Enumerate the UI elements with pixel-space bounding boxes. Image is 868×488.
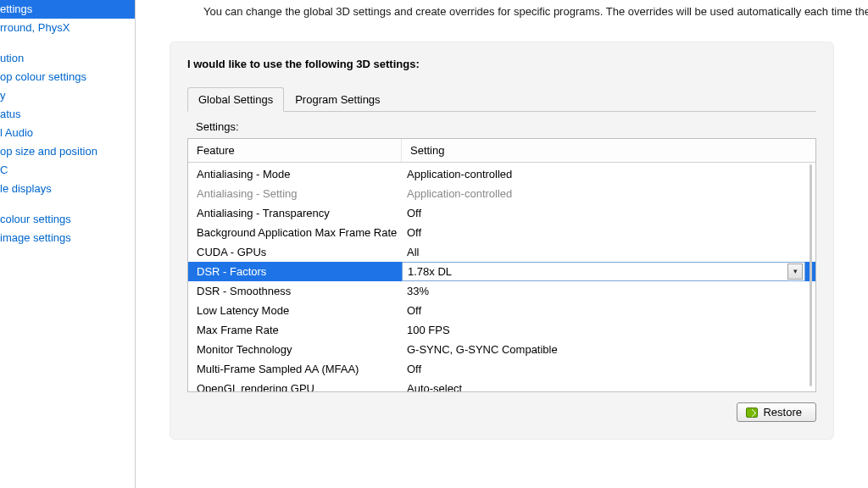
feature-cell: Monitor Technology	[188, 340, 402, 359]
setting-value: 1.78x DL	[408, 263, 452, 280]
sidebar-item[interactable]: l Audio	[0, 124, 135, 142]
sidebar-item[interactable]: image settings	[0, 229, 135, 247]
feature-cell: Antialiasing - Setting	[188, 184, 402, 203]
settings-row[interactable]: OpenGL rendering GPUAuto-select	[188, 379, 815, 391]
restore-button-label: Restore	[763, 406, 802, 419]
scrollbar[interactable]	[810, 164, 812, 386]
settings-row[interactable]: Monitor TechnologyG-SYNC, G-SYNC Compati…	[188, 340, 815, 359]
sidebar-item[interactable]: le displays	[0, 180, 135, 198]
nvidia-icon	[746, 408, 758, 418]
setting-cell[interactable]: Off	[402, 301, 815, 320]
feature-cell: DSR - Factors	[188, 262, 402, 281]
grid-body: Antialiasing - ModeApplication-controlle…	[188, 164, 815, 391]
settings-panel: I would like to use the following 3D set…	[170, 42, 834, 440]
panel-heading: I would like to use the following 3D set…	[187, 58, 816, 70]
setting-cell[interactable]: Application-controlled	[402, 184, 815, 203]
sidebar: ettingsrround, PhysXutionop colour setti…	[0, 0, 136, 488]
settings-row[interactable]: Antialiasing - SettingApplication-contro…	[188, 184, 815, 203]
tab-program-settings[interactable]: Program Settings	[284, 87, 391, 111]
settings-row[interactable]: Low Latency ModeOff	[188, 301, 815, 320]
settings-grid: Feature Setting Antialiasing - ModeAppli…	[187, 138, 816, 392]
chevron-down-icon[interactable]: ▾	[787, 263, 803, 280]
feature-cell: Background Application Max Frame Rate	[188, 223, 402, 242]
setting-cell[interactable]: G-SYNC, G-SYNC Compatible	[402, 340, 815, 359]
setting-cell[interactable]: All	[402, 242, 815, 262]
settings-row[interactable]: Multi-Frame Sampled AA (MFAA)Off	[188, 359, 815, 379]
sidebar-spacer	[0, 198, 135, 210]
tab-bar: Global SettingsProgram Settings	[187, 87, 816, 112]
panel-footer: Restore	[187, 402, 816, 422]
sidebar-item[interactable]: colour settings	[0, 210, 135, 229]
setting-cell[interactable]: 33%	[402, 281, 815, 301]
sidebar-item[interactable]: op size and position	[0, 142, 135, 161]
feature-cell: DSR - Smoothness	[188, 281, 402, 301]
sidebar-item[interactable]: ettings	[0, 0, 135, 19]
settings-label: Settings:	[196, 120, 816, 133]
setting-cell[interactable]: Application-controlled	[402, 164, 815, 184]
setting-cell[interactable]: Off	[402, 223, 815, 242]
description-text: You can change the global 3D settings an…	[136, 0, 868, 18]
setting-cell[interactable]: Off	[402, 203, 815, 223]
sidebar-spacer	[0, 37, 135, 49]
feature-cell: Low Latency Mode	[188, 301, 402, 320]
feature-cell: Antialiasing - Mode	[188, 164, 402, 184]
tab-global-settings[interactable]: Global Settings	[187, 87, 284, 112]
settings-row[interactable]: Background Application Max Frame RateOff	[188, 223, 815, 242]
sidebar-item[interactable]: ution	[0, 49, 135, 68]
sidebar-item[interactable]: y	[0, 86, 135, 105]
settings-row[interactable]: Max Frame Rate100 FPS	[188, 320, 815, 340]
feature-cell: CUDA - GPUs	[188, 242, 402, 262]
settings-row[interactable]: Antialiasing - TransparencyOff	[188, 203, 815, 223]
settings-row[interactable]: Antialiasing - ModeApplication-controlle…	[188, 164, 815, 184]
feature-cell: Multi-Frame Sampled AA (MFAA)	[188, 359, 402, 379]
column-feature[interactable]: Feature	[188, 139, 402, 162]
setting-cell[interactable]: Off	[402, 359, 815, 379]
feature-cell: Antialiasing - Transparency	[188, 203, 402, 223]
grid-header: Feature Setting	[188, 139, 815, 163]
setting-cell[interactable]: 100 FPS	[402, 320, 815, 340]
setting-cell[interactable]: Auto-select	[402, 379, 815, 391]
sidebar-item[interactable]: rround, PhysX	[0, 19, 135, 37]
sidebar-item[interactable]: C	[0, 161, 135, 180]
settings-row[interactable]: CUDA - GPUsAll	[188, 242, 815, 262]
settings-row[interactable]: DSR - Smoothness33%	[188, 281, 815, 301]
column-setting[interactable]: Setting	[402, 139, 815, 162]
sidebar-item[interactable]: op colour settings	[0, 68, 135, 86]
restore-button[interactable]: Restore	[737, 402, 816, 422]
sidebar-item[interactable]: atus	[0, 105, 135, 124]
main-content: You can change the global 3D settings an…	[136, 0, 868, 488]
feature-cell: OpenGL rendering GPU	[188, 379, 402, 391]
settings-row[interactable]: DSR - Factors1.78x DL▾	[188, 262, 815, 281]
setting-cell[interactable]: 1.78x DL▾	[402, 262, 805, 281]
feature-cell: Max Frame Rate	[188, 320, 402, 340]
